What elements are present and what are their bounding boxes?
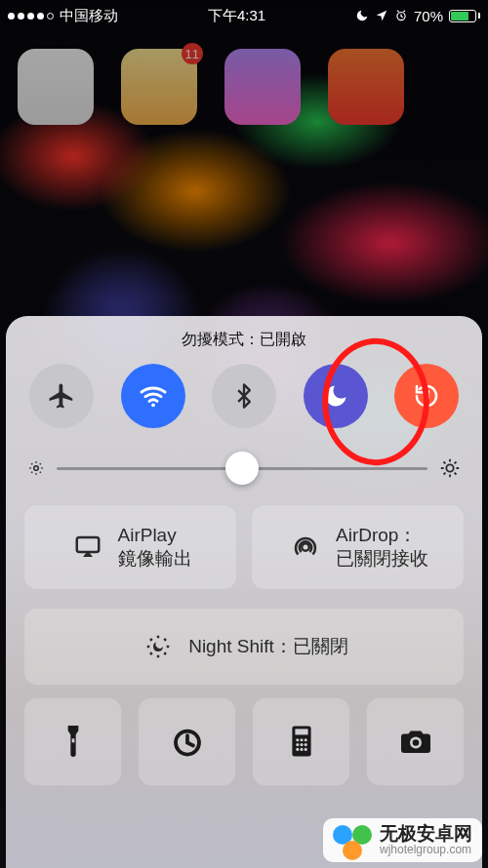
calculator-button[interactable] <box>252 697 350 786</box>
wifi-toggle[interactable] <box>121 364 185 428</box>
watermark-url: wjhotelgroup.com <box>380 844 472 856</box>
airdrop-subtitle: 已關閉接收 <box>336 547 428 571</box>
svg-point-14 <box>296 743 299 746</box>
status-bar: 中国移动 下午4:31 70% <box>0 0 488 31</box>
dnd-status-icon <box>355 9 369 22</box>
svg-point-17 <box>296 748 299 751</box>
svg-point-18 <box>300 748 303 751</box>
airdrop-title: AirDrop： <box>336 524 428 547</box>
airplay-subtitle: 鏡像輸出 <box>118 547 192 571</box>
rotation-lock-toggle[interactable] <box>394 364 459 428</box>
cc-status-caption: 勿擾模式：已開啟 <box>23 330 465 350</box>
bluetooth-icon <box>230 382 258 410</box>
brightness-slider[interactable] <box>57 467 427 470</box>
svg-rect-7 <box>71 739 74 743</box>
svg-point-16 <box>304 743 306 746</box>
airdrop-button[interactable]: AirDrop： 已關閉接收 <box>251 504 465 590</box>
night-shift-label: Night Shift：已關閉 <box>188 634 348 659</box>
timer-icon <box>170 724 205 759</box>
carrier-label: 中国移动 <box>60 7 118 25</box>
watermark: 无极安卓网 wjhotelgroup.com <box>323 818 482 862</box>
location-status-icon <box>375 9 388 22</box>
signal-strength-icon <box>8 13 54 20</box>
airplay-button[interactable]: AirPlay 鏡像輸出 <box>23 504 237 590</box>
airdrop-icon <box>287 533 324 562</box>
camera-icon <box>397 727 434 756</box>
svg-point-1 <box>151 403 155 407</box>
control-center-panel: 勿擾模式：已開啟 <box>6 316 482 868</box>
brightness-high-icon <box>439 457 461 479</box>
bluetooth-toggle[interactable] <box>212 364 276 428</box>
svg-rect-5 <box>76 537 99 552</box>
moon-icon <box>322 382 349 410</box>
svg-point-6 <box>302 543 309 551</box>
rotation-lock-icon <box>412 381 441 411</box>
clock-label: 下午4:31 <box>208 7 265 25</box>
brightness-thumb[interactable] <box>225 452 259 485</box>
airplane-icon <box>47 381 76 411</box>
flashlight-icon <box>58 723 89 760</box>
svg-point-11 <box>296 739 299 742</box>
dnd-toggle[interactable] <box>304 364 368 428</box>
wifi-icon <box>138 380 169 412</box>
watermark-title: 无极安卓网 <box>380 824 472 844</box>
flashlight-button[interactable] <box>23 697 122 786</box>
svg-point-4 <box>446 464 453 471</box>
calculator-icon <box>287 724 316 759</box>
camera-button[interactable] <box>366 697 465 786</box>
svg-point-12 <box>300 739 303 742</box>
svg-rect-10 <box>295 730 307 735</box>
alarm-status-icon <box>394 9 408 22</box>
airplay-title: AirPlay <box>118 524 192 547</box>
airplane-toggle[interactable] <box>29 364 94 428</box>
svg-point-3 <box>34 466 39 471</box>
brightness-low-icon <box>27 459 45 477</box>
timer-button[interactable] <box>138 697 236 786</box>
watermark-logo-icon <box>333 825 372 856</box>
night-shift-icon <box>140 632 177 661</box>
battery-icon <box>449 10 480 22</box>
battery-percent-label: 70% <box>414 8 443 24</box>
airplay-icon <box>69 533 106 562</box>
svg-point-15 <box>300 743 303 746</box>
svg-point-21 <box>412 740 419 747</box>
svg-point-13 <box>304 739 306 742</box>
night-shift-button[interactable]: Night Shift：已關閉 <box>23 608 465 686</box>
svg-point-19 <box>304 748 306 751</box>
